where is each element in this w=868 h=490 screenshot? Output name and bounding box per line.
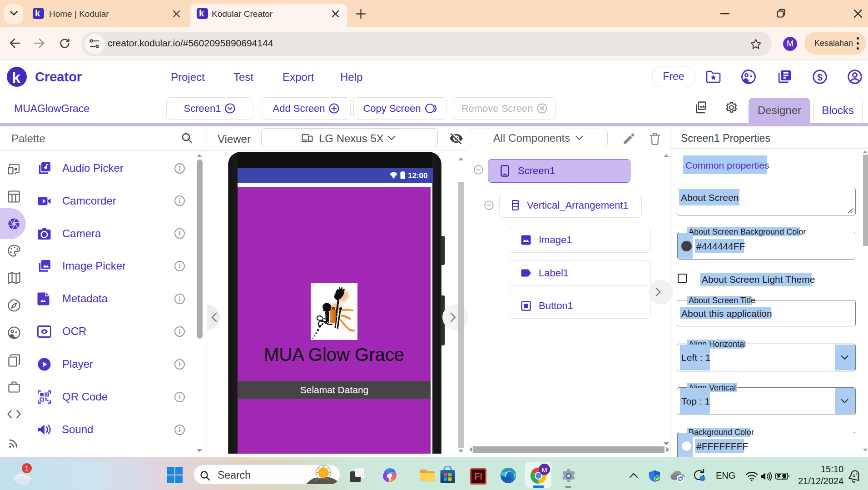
svg-text:z: z: [856, 472, 858, 475]
svg-text:$: $: [817, 72, 823, 82]
svg-text:z: z: [853, 473, 855, 478]
